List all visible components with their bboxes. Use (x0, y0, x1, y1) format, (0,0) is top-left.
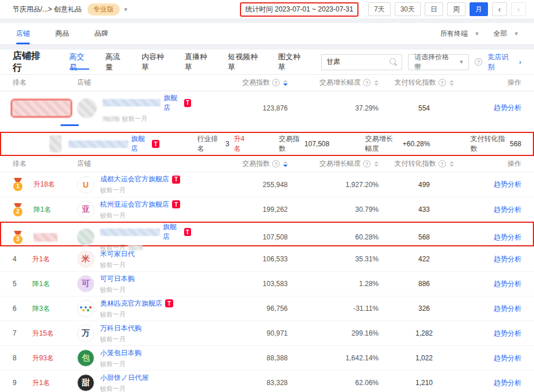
rank-change: 降3名 (32, 304, 50, 314)
shop-name-link[interactable]: 万科日本代购 (100, 324, 142, 333)
trade-growth-value: -31.11% (288, 305, 379, 313)
shop-name-link[interactable]: 杭州亚运会官方旗舰店 (100, 200, 169, 210)
search-icon[interactable] (390, 58, 397, 66)
range-button-30d[interactable]: 30天 (395, 2, 421, 16)
compare-label: 较前一月 (100, 186, 125, 195)
trade-index-value: 255,948 (191, 181, 288, 189)
price-band-select[interactable]: 请选择价格带 ▾ (408, 54, 469, 70)
trend-analysis-link[interactable]: 趋势分析 (494, 233, 521, 241)
subtab-live-seeding[interactable]: 直播种草 (185, 50, 213, 74)
range-button-day[interactable]: 日 (425, 2, 443, 16)
trend-analysis-link[interactable]: 趋势分析 (494, 255, 521, 263)
question-circle-icon[interactable]: ? (363, 79, 371, 86)
shop-avatar: U (77, 176, 94, 193)
trend-analysis-link[interactable]: 趋势分析 (494, 180, 521, 188)
pay-conversion-value: 554 (379, 104, 470, 112)
col-pay-conversion[interactable]: 支付转化指数? (379, 78, 470, 87)
question-circle-icon[interactable]: ? (272, 79, 280, 86)
sort-icon (283, 161, 288, 167)
shop-name-link[interactable]: 成都大运会官方旗舰店 (100, 174, 169, 184)
prev-period-button[interactable]: ‹ (492, 2, 507, 16)
col-pay-conversion[interactable]: 支付转化指数? (379, 159, 470, 169)
trade-growth-value: 1,927.20% (288, 181, 379, 189)
table-gap (0, 124, 534, 132)
shop-name-link[interactable]: 旗舰店 (163, 222, 181, 242)
compare-label: 较前一月 (122, 115, 147, 123)
rank-number: 7 (13, 329, 22, 337)
range-button-7d[interactable]: 7天 (368, 2, 391, 16)
shop-avatar: 米 (77, 250, 94, 268)
pager-indicator[interactable] (60, 124, 79, 126)
trend-analysis-link[interactable]: 趋势分析 (494, 104, 521, 112)
shop-search-box[interactable] (321, 54, 402, 70)
tmall-icon: T (184, 228, 191, 236)
range-button-month[interactable]: 月 (470, 2, 488, 16)
tab-brand[interactable]: 品牌 (94, 23, 108, 44)
search-input[interactable] (326, 58, 390, 66)
subtab-high-traffic[interactable]: 高流量 (105, 50, 127, 74)
trend-analysis-link[interactable]: 趋势分析 (494, 354, 521, 362)
breadcrumb[interactable]: 节庆用品/...> 创意礼品 (13, 5, 82, 14)
pay-conversion-value: 1,282 (379, 329, 470, 337)
tmall-icon: T (165, 299, 173, 307)
shop-name-link[interactable]: 旗舰店 (163, 93, 181, 113)
subtab-content-seeding[interactable]: 内容种草 (142, 50, 170, 74)
shop-name-link[interactable]: 可可日本购 (100, 274, 135, 284)
tab-shop[interactable]: 店铺 (16, 23, 30, 44)
terminal-filter-dropdown[interactable]: 所有终端 ▾ (440, 29, 479, 39)
table-row: 1 升18名 U 成都大运会官方旗舰店 T 较前一月 255,948 1,927… (0, 172, 534, 197)
col-trade-growth[interactable]: 交易增长幅度? (288, 159, 379, 169)
terminal-filter-label: 所有终端 (440, 29, 468, 39)
pay-conversion-value: 422 (379, 255, 470, 263)
scope-filter-label: 全部 (493, 29, 507, 39)
shop-name-link[interactable]: 小甜饼ノ日代屋 (100, 373, 148, 383)
trade-growth-value: 60.28% (288, 233, 379, 241)
question-circle-icon[interactable]: ? (438, 160, 446, 168)
next-period-button[interactable]: › (511, 2, 526, 16)
chevron-down-icon[interactable]: ▾ (124, 6, 128, 13)
my-shop-summary-row: 旗舰店 T 行业排名 3 升4名 交易指数 107,508 交易增长幅度 +60… (0, 132, 534, 156)
tab-product[interactable]: 商品 (55, 23, 69, 44)
pay-conversion-label: 支付转化指数 (470, 134, 505, 154)
trend-analysis-link[interactable]: 趋势分析 (494, 280, 521, 288)
subtab-shortvideo-seeding[interactable]: 短视频种草 (228, 50, 263, 74)
subtab-high-trade[interactable]: 高交易 (69, 50, 90, 74)
trend-analysis-link[interactable]: 趋势分析 (494, 329, 521, 337)
trade-index-value: 107,508 (304, 140, 329, 148)
compete-shop-link[interactable]: 竞店识别 (488, 52, 513, 72)
shop-name-link[interactable]: 奥林匹克官方旗舰店 (100, 299, 162, 309)
trend-analysis-link[interactable]: 趋势分析 (494, 205, 521, 214)
rank-change: 升15名 (32, 329, 54, 338)
shop-name-link[interactable]: 米可家日代 (100, 249, 135, 259)
shop-avatar (77, 300, 94, 317)
range-button-week[interactable]: 周 (447, 2, 466, 16)
table-header: 排名 店铺 交易指数? 交易增长幅度? 支付转化指数? 操作 (0, 75, 534, 91)
scope-filter-dropdown[interactable]: 全部 ▾ (493, 29, 518, 39)
subtab-graphic-seeding[interactable]: 图文种草 (278, 50, 306, 74)
pay-conversion-value: 1,210 (379, 379, 470, 387)
col-trade-growth[interactable]: 交易增长幅度? (288, 78, 379, 87)
question-circle-icon[interactable]: ? (272, 160, 280, 168)
redacted-rank (13, 101, 70, 116)
question-circle-icon[interactable]: ? (363, 160, 371, 168)
industry-rank-value: 3 (226, 140, 230, 148)
redacted-text (128, 245, 143, 250)
question-circle-icon[interactable]: ? (475, 58, 482, 66)
trend-analysis-link[interactable]: 趋势分析 (494, 379, 521, 387)
sort-icon (449, 161, 454, 167)
shop-name-link[interactable]: 小笼包日本购 (100, 348, 142, 358)
question-circle-icon[interactable]: ? (438, 79, 446, 86)
tmall-icon: T (172, 176, 180, 184)
trend-analysis-link[interactable]: 趋势分析 (494, 305, 521, 313)
col-trade-index[interactable]: 交易指数? (191, 78, 288, 87)
col-trade-index[interactable]: 交易指数? (191, 159, 288, 169)
industry-rank-label: 行业排名 (197, 134, 221, 154)
trade-growth-value: +60.28% (403, 140, 430, 148)
stat-time-range[interactable]: 统计时间 2023-07-01 ~ 2023-07-31 (240, 2, 358, 17)
chevron-down-icon: ▾ (514, 30, 518, 37)
shop-name-link[interactable]: 旗舰店 (131, 134, 150, 154)
medal-icon: 2 (13, 203, 23, 216)
arrow-right-icon[interactable]: › (519, 58, 521, 66)
shop-avatar: 包 (77, 349, 94, 367)
section-title: 店铺排行 (13, 50, 47, 74)
